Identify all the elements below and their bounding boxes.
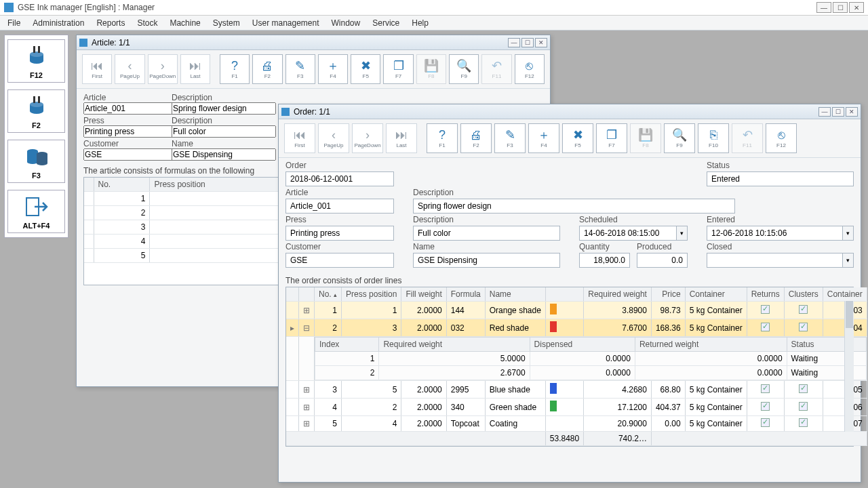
press-desc-field[interactable]: [172, 125, 276, 138]
article-desc-field[interactable]: [172, 102, 276, 115]
menu-machine[interactable]: Machine: [165, 17, 205, 29]
leftbar-f12[interactable]: F12: [7, 39, 65, 83]
close-icon[interactable]: ✕: [846, 107, 858, 117]
order-name-field[interactable]: [413, 253, 560, 268]
table-row[interactable]: ⊞352.00002995Blue shade4.268068.805 kg C…: [286, 381, 867, 399]
nav-first[interactable]: ⏮First: [284, 123, 315, 153]
tool-f10[interactable]: ⎘F10: [698, 123, 729, 153]
menu-user-management[interactable]: User management: [248, 17, 324, 29]
total-required: 53.8480: [545, 432, 583, 446]
leftbar-f3[interactable]: F3: [7, 140, 65, 183]
order-press-desc-field[interactable]: [413, 226, 560, 241]
maximize-icon[interactable]: ☐: [832, 107, 844, 117]
quantity-field[interactable]: [579, 253, 630, 268]
app-title: GSE Ink manager [English] : Manager: [18, 3, 155, 12]
leftbar-f2[interactable]: F2: [7, 89, 65, 133]
scheduled-field[interactable]: [579, 226, 677, 241]
tool-f4[interactable]: ＋F4: [318, 54, 348, 84]
nav-pageup[interactable]: ‹PageUp: [318, 123, 349, 153]
order-desc-field[interactable]: [413, 199, 735, 214]
scrollbar[interactable]: [844, 301, 854, 432]
nav-first[interactable]: ⏮First: [82, 54, 112, 84]
minimize-icon[interactable]: —: [816, 2, 831, 13]
exit-icon: [23, 193, 50, 220]
tool-f11: ↶F11: [481, 54, 511, 84]
maximize-icon[interactable]: ☐: [521, 38, 534, 47]
svg-rect-9: [38, 96, 40, 103]
tool-f5[interactable]: ✖F5: [562, 123, 593, 153]
order-lines-grid[interactable]: No. ▴Press positionFill weightFormulaNam…: [285, 287, 854, 447]
closed-field[interactable]: [707, 253, 843, 268]
tool-f7[interactable]: ❐F7: [596, 123, 627, 153]
lbl-description: Description: [172, 93, 307, 102]
order-article-field[interactable]: [285, 199, 394, 214]
svg-point-12: [27, 160, 38, 164]
lbl-closed: Closed: [707, 242, 854, 251]
menubar: FileAdministrationReportsStockMachineSys…: [0, 16, 868, 30]
nav-pagedown[interactable]: ›PageDown: [352, 123, 383, 153]
tool-f9[interactable]: 🔍F9: [449, 54, 479, 84]
tool-f2[interactable]: 🖨F2: [460, 123, 492, 153]
tool-f1[interactable]: ?F1: [427, 123, 458, 153]
tool-f9[interactable]: 🔍F9: [664, 123, 695, 153]
menu-reports[interactable]: Reports: [92, 17, 130, 29]
menu-help[interactable]: Help: [407, 17, 433, 29]
svg-point-2: [30, 52, 43, 57]
lbl-scheduled: Scheduled: [579, 215, 688, 224]
table-row[interactable]: ⊞112.0000144Orange shade3.890098.735 kg …: [286, 302, 867, 319]
order-window-title: Order: 1/1: [294, 107, 330, 117]
menu-administration[interactable]: Administration: [28, 17, 89, 29]
nav-last[interactable]: ⏭Last: [386, 123, 417, 153]
chevron-down-icon[interactable]: ▾: [677, 226, 688, 241]
produced-field[interactable]: [637, 253, 688, 268]
order-window: Order: 1/1 — ☐ ✕ ⏮First‹PageUp›PageDown⏭…: [278, 104, 861, 483]
entered-field[interactable]: [707, 226, 843, 241]
detail-row[interactable]: 15.00000.00000.0000Waiting: [315, 352, 867, 366]
tool-f3[interactable]: ✎F3: [494, 123, 526, 153]
menu-window[interactable]: Window: [327, 17, 366, 29]
table-row[interactable]: ▸⊟232.0000032Red shade7.6700168.365 kg C…: [286, 319, 867, 337]
menu-service[interactable]: Service: [368, 17, 404, 29]
lbl-customer: Customer: [83, 139, 165, 148]
chevron-down-icon[interactable]: ▾: [843, 226, 854, 241]
minimize-icon[interactable]: —: [818, 107, 831, 117]
lbl-press: Press: [83, 116, 165, 125]
leftbar-alt+f4[interactable]: ALT+F4: [7, 190, 65, 233]
lbl-article: Article: [83, 93, 165, 102]
menu-file[interactable]: File: [3, 17, 25, 29]
order-press-field[interactable]: [285, 226, 394, 241]
tool-f5[interactable]: ✖F5: [351, 54, 380, 84]
chevron-down-icon[interactable]: ▾: [843, 253, 854, 268]
order-customer-field[interactable]: [285, 253, 394, 268]
table-row[interactable]: ⊞422.0000340Green shade17.1200404.375 kg…: [286, 399, 867, 416]
lbl-press-desc: Description: [413, 215, 560, 224]
article-toolbar: ⏮First‹PageUp›PageDown⏭Last?F1🖨F2✎F3＋F4✖…: [77, 50, 550, 89]
window-icon: [79, 39, 87, 47]
lbl-article: Article: [285, 188, 394, 197]
customer-name-field[interactable]: [172, 148, 276, 161]
menu-system[interactable]: System: [208, 17, 245, 29]
tool-f3[interactable]: ✎F3: [285, 54, 315, 84]
order-field[interactable]: [285, 171, 394, 186]
nav-last[interactable]: ⏭Last: [180, 54, 210, 84]
tool-f12[interactable]: ⎋F12: [515, 54, 545, 84]
menu-stock[interactable]: Stock: [132, 17, 162, 29]
tool-f2[interactable]: 🖨F2: [252, 54, 282, 84]
detail-row[interactable]: 22.67000.00000.0000Waiting: [315, 366, 867, 380]
tool-f8: 💾F8: [630, 123, 661, 153]
minimize-icon[interactable]: —: [508, 38, 520, 47]
close-icon[interactable]: ✕: [849, 2, 864, 13]
lbl-entered: Entered: [707, 215, 854, 224]
maximize-icon[interactable]: ☐: [833, 2, 848, 13]
tool-f12[interactable]: ⎋F12: [766, 123, 797, 153]
app-titlebar: GSE Ink manager [English] : Manager — ☐ …: [0, 0, 868, 16]
table-row[interactable]: ⊞542.0000TopcoatCoating20.90000.005 kg C…: [286, 416, 867, 432]
tool-f1[interactable]: ?F1: [220, 54, 250, 84]
nav-pageup[interactable]: ‹PageUp: [115, 54, 144, 84]
printhead-alt-icon: [23, 93, 50, 120]
nav-pagedown[interactable]: ›PageDown: [148, 54, 178, 84]
close-icon[interactable]: ✕: [535, 38, 547, 47]
status-field[interactable]: [707, 171, 854, 186]
tool-f7[interactable]: ❐F7: [383, 54, 413, 84]
tool-f4[interactable]: ＋F4: [528, 123, 559, 153]
